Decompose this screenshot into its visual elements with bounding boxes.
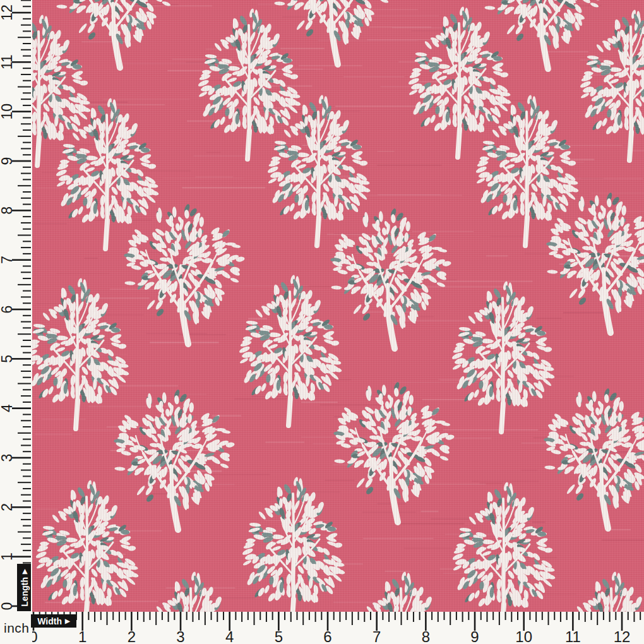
ruler-number: 4 [0, 404, 15, 412]
width-label: Width [37, 616, 62, 626]
fabric-pattern [32, 0, 644, 612]
ruler-bottom-width: 0123456789101112 [0, 612, 644, 644]
ruler-left-scale: 0123456789101112 [0, 0, 32, 612]
unit-label: inch [4, 621, 30, 636]
ruler-number: 5 [275, 628, 283, 644]
width-tag: Width ▶ [31, 614, 76, 628]
arrow-right-icon: ▶ [65, 618, 70, 624]
ruler-number: 8 [422, 628, 430, 644]
ruler-number: 5 [0, 355, 15, 363]
ruler-number: 2 [0, 503, 15, 511]
ruler-bottom-scale: 0123456789101112 [0, 612, 644, 644]
ruler-number: 9 [470, 628, 479, 644]
ruler-unit-corner: inch [0, 612, 32, 644]
arrow-up-icon: ▶ [21, 569, 27, 574]
ruler-number: 7 [0, 256, 15, 264]
ruler-number: 0 [0, 602, 15, 611]
ruler-number: 3 [176, 628, 184, 644]
ruler-number: 10 [515, 628, 532, 644]
ruler-number: 3 [0, 454, 15, 462]
ruler-number: 12 [0, 4, 15, 21]
ruler-number: 9 [0, 157, 15, 165]
ruler-number: 12 [614, 628, 631, 644]
ruler-number: 11 [0, 54, 15, 69]
ruler-number: 1 [78, 628, 86, 644]
ruler-number: 10 [0, 104, 15, 120]
ruler-number: 2 [128, 628, 136, 644]
length-tag: Length ▶ [17, 564, 31, 611]
fabric-swatch-photo: 0123456789101112 0123456789101112 inch L… [0, 0, 644, 644]
fabric-swatch [32, 0, 644, 612]
ruler-number: 6 [323, 628, 331, 644]
ruler-number: 1 [0, 552, 15, 561]
ruler-number: 7 [373, 628, 381, 644]
length-label: Length [19, 577, 29, 607]
ruler-number: 11 [565, 628, 581, 644]
ruler-number: 6 [0, 306, 15, 314]
length-tag-content: Length ▶ [17, 564, 31, 611]
ruler-number: 8 [0, 206, 15, 215]
ruler-number: 4 [225, 628, 234, 644]
ruler-left-length: 0123456789101112 [0, 0, 32, 612]
